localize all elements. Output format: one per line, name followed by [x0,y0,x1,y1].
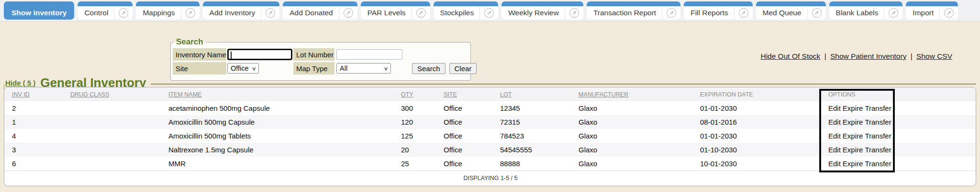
column-header-qty[interactable]: QTY [393,87,436,101]
cell-expiration: 01-10-2030 [692,143,821,157]
tab-add-donated[interactable]: Add Donated↗ [283,1,357,20]
cell-empty [896,129,976,143]
cell-lot: 72315 [492,115,571,129]
cell-empty [896,143,976,157]
expire-link[interactable]: Expire [843,104,863,112]
tab-label: Add Inventory [203,9,261,17]
cell-inv-id: 4 [4,129,63,143]
show-csv-link[interactable]: Show CSV [916,52,952,60]
cell-drug-class [63,129,161,143]
cell-inv-id: 3 [4,143,63,157]
column-header-manufacturer[interactable]: MANUFACTURER [571,87,692,101]
cell-site: Office [436,129,492,143]
external-link-icon[interactable]: ↗ [344,8,353,18]
transfer-link[interactable]: Transfer [865,132,891,140]
column-header-drug-class[interactable]: DRUG CLASS [63,87,161,101]
hide-out-of-stock-link[interactable]: Hide Out Of Stock [760,52,820,60]
table-row: 4Amoxicillin 500mg Tablets125Office78452… [4,129,976,143]
tab-label: Mappings [136,9,180,17]
cell-drug-class [63,115,161,129]
cell-lot: 784523 [492,129,571,143]
search-grid: Inventory Name Lot Number Site Office ∨ … [173,48,469,75]
tab-label: Stockpiles [434,9,480,17]
tab-par-levels[interactable]: PAR Levels↗ [361,1,430,20]
cell-inv-id: 6 [4,157,63,171]
tab-mappings[interactable]: Mappings↗ [136,1,199,20]
tab-label: Control [78,9,114,17]
external-link-icon[interactable]: ↗ [944,8,954,18]
tab-label: Med Queue [756,9,807,17]
cell-options: EditExpireTransfer [821,143,896,157]
expire-link[interactable]: Expire [843,160,863,168]
table-row: 2acetaminophen 500mg Capsule300Office123… [4,101,976,115]
edit-link[interactable]: Edit [828,104,841,112]
cell-site: Office [436,101,492,115]
search-panel: Search Inventory Name Lot Number Site Of… [170,37,471,81]
clear-button[interactable]: Clear [449,63,477,74]
tab-divider [884,6,884,20]
cell-empty [896,101,976,115]
column-header-options: OPTIONS [821,87,896,101]
tab-add-inventory[interactable]: Add Inventory↗ [203,1,280,20]
transfer-link[interactable]: Transfer [865,118,891,126]
cell-item-name: Amoxicillin 500mg Tablets [161,129,393,143]
tab-divider [565,6,565,20]
tab-fill-reports[interactable]: Fill Reports↗ [684,1,752,20]
column-header-site[interactable]: SITE [436,87,492,101]
external-link-icon[interactable]: ↗ [667,8,676,18]
edit-link[interactable]: Edit [828,146,841,154]
site-label: Site [173,62,226,75]
column-header-inv-id[interactable]: INV ID [4,87,63,101]
edit-link[interactable]: Edit [828,132,841,140]
tab-transaction-report[interactable]: Transaction Report↗ [587,1,680,20]
external-link-icon[interactable]: ↗ [484,8,494,18]
transfer-link[interactable]: Transfer [865,104,891,112]
cell-manufacturer: Glaxo [571,129,692,143]
site-select[interactable]: Office ∨ [227,63,259,74]
show-patient-inventory-link[interactable]: Show Patient Inventory [830,52,906,60]
hide-count-link[interactable]: Hide ( 5 ) [5,79,35,87]
external-link-icon[interactable]: ↗ [186,8,195,18]
tab-control[interactable]: Control↗ [78,1,133,20]
column-header-expiration: EXPIRATION DATE [692,87,821,101]
cell-lot: 88888 [492,157,571,171]
map-type-select[interactable]: All ∨ [336,63,391,74]
tab-show-inventory[interactable]: Show Inventory [4,1,74,20]
external-link-icon[interactable]: ↗ [812,8,822,18]
tab-blank-labels[interactable]: Blank Labels↗ [829,1,903,20]
transfer-link[interactable]: Transfer [865,146,891,154]
cell-qty: 120 [393,115,436,129]
expire-link[interactable]: Expire [843,118,863,126]
tab-label: Blank Labels [829,9,884,17]
cell-options: EditExpireTransfer [821,129,896,143]
tab-label: Transaction Report [587,9,662,17]
cell-inv-id: 1 [4,115,63,129]
column-header-item-name[interactable]: ITEM NAME [161,87,393,101]
tab-med-queue[interactable]: Med Queue↗ [756,1,826,20]
external-link-icon[interactable]: ↗ [119,8,128,18]
tab-stockpiles[interactable]: Stockpiles↗ [434,1,499,20]
expire-link[interactable]: Expire [843,146,863,154]
column-header-lot[interactable]: LOT [492,87,571,101]
edit-link[interactable]: Edit [828,118,841,126]
tab-import[interactable]: Import↗ [906,1,958,20]
external-link-icon[interactable]: ↗ [569,8,579,18]
table-footer-row: DISPLAYING 1-5 / 5 [4,171,976,186]
lot-number-input[interactable] [336,49,402,60]
search-button[interactable]: Search [412,63,445,74]
tab-divider [939,6,940,20]
external-link-icon[interactable]: ↗ [889,8,898,18]
cell-qty: 125 [393,129,436,143]
cell-drug-class [63,143,161,157]
edit-link[interactable]: Edit [828,160,841,168]
expire-link[interactable]: Expire [843,132,863,140]
inventory-name-input[interactable] [227,49,292,60]
external-link-icon[interactable]: ↗ [739,8,748,18]
transfer-link[interactable]: Transfer [865,160,891,168]
tab-weekly-review[interactable]: Weekly Review↗ [501,1,583,20]
external-link-icon[interactable]: ↗ [266,8,275,18]
cell-qty: 20 [393,143,436,157]
table-row: 6MMR25Office88888Glaxo10-01-2030EditExpi… [4,157,976,171]
displaying-count: DISPLAYING 1-5 / 5 [4,171,976,186]
external-link-icon[interactable]: ↗ [416,8,426,18]
